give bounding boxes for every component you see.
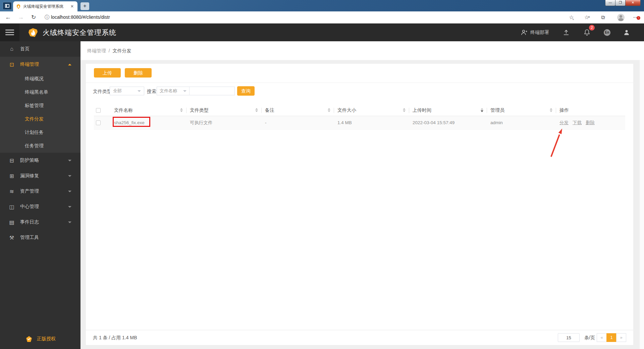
sidebar-item-center-mgmt[interactable]: ◫中心管理 <box>0 199 80 214</box>
action-delete-link[interactable]: 删除 <box>586 120 595 126</box>
prev-page-button[interactable]: « <box>597 333 607 342</box>
sidebar-item-tag-mgmt[interactable]: 标签管理 <box>0 99 80 112</box>
refresh-icon[interactable]: ↻ <box>30 11 38 23</box>
back-icon[interactable]: ← <box>4 11 12 23</box>
chevron-down-icon <box>68 175 71 177</box>
deploy-person-plus-icon <box>521 29 527 36</box>
chevron-down-icon <box>68 221 71 223</box>
breadcrumb-parent[interactable]: 终端管理 <box>87 48 106 53</box>
tab-actions-icon <box>5 4 9 8</box>
sidebar-item-terminal-mgmt[interactable]: ⊡终端管理 <box>0 57 80 72</box>
tab-title: 火绒终端安全管理系统 <box>23 4 70 9</box>
search-field-select[interactable]: 文件名称 <box>157 87 190 95</box>
cell-2: 可执行文件 <box>186 116 262 129</box>
browser-update-badge: ↑ <box>637 16 640 20</box>
sidebar-item-event-log[interactable]: ▤事件日志 <box>0 214 80 230</box>
sidebar: ⌂首页⊡终端管理终端概况终端黑名单标签管理文件分发计划任务任务管理⊟防护策略⊞漏… <box>0 41 80 349</box>
bell-icon <box>584 29 590 36</box>
sort-arrows-icon[interactable] <box>550 108 552 112</box>
file-type-select[interactable]: 全部 <box>110 87 144 95</box>
terminal-deploy-button[interactable]: 终端部署 <box>521 23 549 41</box>
cell-4: 1.4 MB <box>334 116 409 129</box>
home-icon: ⌂ <box>8 46 15 52</box>
column-header-4[interactable]: 文件大小 <box>334 105 409 116</box>
content-card: 上传 删除 文件类型: 全部 搜索: 文件名称 查询 文件名称文件类型备注文件大… <box>86 64 633 345</box>
site-favicon-flame-icon <box>16 4 21 9</box>
column-header-6[interactable]: 管理员 <box>487 105 556 116</box>
sidebar-item-terminal-overview[interactable]: 终端概况 <box>0 72 80 86</box>
browser-toolbar: ← → ↻ ⓘ localhost:8080/#/clients/distr ☆… <box>0 11 644 23</box>
sidebar-item-label: 漏洞修复 <box>20 173 39 179</box>
license-shield-icon <box>26 336 32 342</box>
action-distribute-link[interactable]: 分发 <box>559 120 569 126</box>
sidebar-item-terminal-blacklist[interactable]: 终端黑名单 <box>0 86 80 99</box>
query-button[interactable]: 查询 <box>237 86 255 96</box>
address-bar[interactable]: localhost:8080/#/clients/distr <box>51 11 110 23</box>
cell-5: 2022-03-04 15:57:49 <box>409 116 487 129</box>
chevron-down-icon <box>138 90 141 92</box>
screen: 火绒终端安全管理系统 ✕ + — ❐ ✕ ← → ↻ ⓘ localhost:8… <box>0 0 644 349</box>
window-controls: — ❐ ✕ <box>605 0 641 6</box>
sidebar-item-home[interactable]: ⌂首页 <box>0 41 80 57</box>
language-switch-button[interactable]: En <box>604 23 610 41</box>
upload-button[interactable]: 上传 <box>94 68 121 78</box>
window-maximize-button[interactable]: ❐ <box>615 0 626 6</box>
sidebar-item-mgmt-tools[interactable]: ⚒管理工具 <box>0 230 80 245</box>
column-label: 文件大小 <box>337 107 356 113</box>
sidebar-item-file-distribution[interactable]: 文件分发 <box>0 112 80 126</box>
chevron-down-icon <box>68 191 71 192</box>
row-checkbox[interactable] <box>96 120 101 125</box>
sidebar-item-scheduled-tasks[interactable]: 计划任务 <box>0 126 80 139</box>
sidebar-item-label: 终端黑名单 <box>25 89 48 95</box>
app-header: 火绒终端安全管理系统 终端部署 2 En <box>0 23 644 41</box>
sort-arrows-icon[interactable] <box>481 108 483 112</box>
sort-arrows-icon[interactable] <box>328 108 330 112</box>
favorites-bar-icon[interactable]: ☆≡ <box>584 11 592 23</box>
select-all-checkbox[interactable] <box>96 108 101 113</box>
chevron-down-icon <box>68 160 71 161</box>
page-info-icon[interactable]: ⓘ <box>43 11 51 23</box>
column-label: 备注 <box>265 107 274 113</box>
column-label: 文件名称 <box>114 107 133 113</box>
sort-arrows-icon[interactable] <box>180 108 183 112</box>
next-page-button[interactable]: » <box>616 333 626 342</box>
record-summary: 共 1 条 / 占用 1.4 MB <box>93 330 137 345</box>
delete-button[interactable]: 删除 <box>125 68 152 78</box>
action-download-link[interactable]: 下载 <box>573 120 582 126</box>
add-favorite-star-icon[interactable]: ☆+ <box>568 11 576 23</box>
search-combo: 文件名称 <box>157 87 235 95</box>
column-header-1[interactable]: 文件名称 <box>111 105 186 116</box>
browser-profile-avatar[interactable] <box>617 14 625 21</box>
current-page-button[interactable]: 1 <box>606 333 616 342</box>
chevron-down-icon <box>183 90 186 92</box>
user-account-button[interactable] <box>623 23 630 41</box>
sidebar-item-protection-policy[interactable]: ⊟防护策略 <box>0 153 80 168</box>
window-minimize-button[interactable]: — <box>605 0 615 6</box>
collections-icon[interactable]: ⧉+ <box>600 11 608 23</box>
window-close-button[interactable]: ✕ <box>625 0 641 6</box>
column-header-5[interactable]: 上传时间 <box>409 105 487 116</box>
right-edge-strip <box>639 60 644 349</box>
column-header-3[interactable]: 备注 <box>262 105 334 116</box>
sort-arrows-icon[interactable] <box>255 108 258 112</box>
sidebar-toggle-hamburger-icon[interactable] <box>0 23 19 41</box>
center-icon: ◫ <box>8 204 15 210</box>
sidebar-item-task-mgmt[interactable]: 任务管理 <box>0 139 80 153</box>
new-tab-button[interactable]: + <box>80 2 89 10</box>
chevron-up-icon <box>68 64 71 65</box>
search-input[interactable] <box>190 87 234 95</box>
policy-icon: ⊟ <box>8 157 15 164</box>
license-status[interactable]: 正版授权 <box>0 332 80 346</box>
sidebar-item-vuln-fix[interactable]: ⊞漏洞修复 <box>0 168 80 184</box>
upload-tasks-button[interactable] <box>563 23 570 41</box>
sidebar-item-asset-mgmt[interactable]: ≋资产管理 <box>0 184 80 199</box>
tab-actions-button[interactable] <box>3 2 12 10</box>
tools-icon: ⚒ <box>8 235 15 241</box>
column-header-2[interactable]: 文件类型 <box>186 105 262 116</box>
sidebar-item-label: 防护策略 <box>20 157 39 163</box>
page-size-input[interactable] <box>558 333 580 342</box>
browser-tab[interactable]: 火绒终端安全管理系统 ✕ <box>13 1 77 11</box>
sort-arrows-icon[interactable] <box>403 108 406 112</box>
user-icon <box>623 29 630 36</box>
tab-close-icon[interactable]: ✕ <box>70 4 74 9</box>
